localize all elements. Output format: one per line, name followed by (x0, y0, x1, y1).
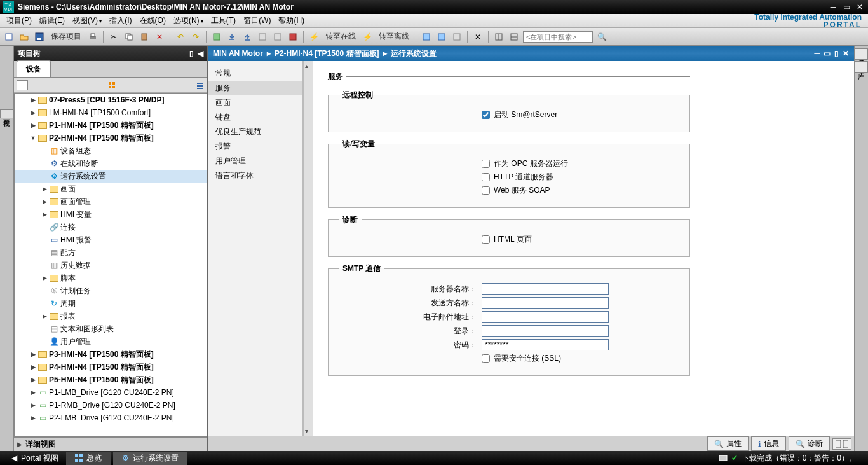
editor-minimize-icon[interactable]: ─ (814, 49, 820, 58)
nav-item[interactable]: 键盘 (208, 110, 302, 125)
redo-icon[interactable]: ↷ (189, 31, 202, 43)
overview-tab[interactable]: 总览 (66, 452, 111, 465)
portal-view-button[interactable]: ◀ Portal 视图 (4, 452, 66, 465)
menu-item[interactable]: 选项(N) ▾ (170, 14, 207, 27)
nav-item[interactable]: 语言和字体 (208, 169, 302, 183)
cut-icon[interactable]: ✂ (107, 31, 120, 43)
tree-row[interactable]: ↻周期 (15, 297, 207, 310)
tree-row[interactable]: ▭HMI 报警 (15, 233, 207, 246)
nav-item[interactable]: 画面 (208, 95, 302, 110)
minimize-button[interactable]: ─ (827, 3, 839, 11)
go-online-label[interactable]: 转至在线 (323, 31, 358, 42)
properties-tab[interactable]: 🔍属性 (707, 436, 749, 451)
devices-tab[interactable]: 设备 (17, 60, 51, 77)
tree-row[interactable]: ▶▭P2-LMB_Drive [G120 CU240E-2 PN] (15, 412, 207, 424)
new-project-icon[interactable] (3, 31, 15, 43)
tree-row[interactable]: ⚙在线和诊断 (15, 157, 207, 170)
footer-layout-icon[interactable] (832, 438, 851, 450)
delete-icon[interactable]: ✕ (153, 31, 166, 43)
tree-row[interactable]: ▶P4-HMI-N4 [TP1500 精智面板] (15, 361, 207, 373)
tree-row[interactable]: ▶HMI 变量 (15, 208, 207, 221)
tree-row[interactable]: ⚙运行系统设置 (15, 170, 207, 183)
ssl-checkbox[interactable] (482, 354, 490, 363)
tree-row[interactable]: ▶画面管理 (15, 195, 207, 208)
login-input[interactable] (482, 325, 609, 337)
tree-row[interactable]: ▶画面 (15, 183, 207, 195)
menu-item[interactable]: 窗口(W) (240, 14, 275, 27)
tree-row[interactable]: ▶P1-HMI-N4 [TP1500 精智面板] (15, 119, 207, 132)
editor-close-icon[interactable]: ✕ (843, 49, 849, 58)
hide-icon[interactable]: ◀ (198, 49, 203, 58)
menu-item[interactable]: 在线(O) (136, 14, 170, 27)
tree-filter-input[interactable] (17, 80, 28, 90)
tool3-icon[interactable] (451, 31, 463, 43)
layout-icon[interactable] (492, 31, 505, 43)
menu-item[interactable]: 插入(I) (105, 14, 135, 27)
start-icon[interactable] (256, 31, 269, 43)
tree-row[interactable]: ▶脚本 (15, 272, 207, 284)
right-tab-library[interactable]: 库 (855, 61, 868, 73)
nav-item[interactable]: 报警 (208, 139, 302, 154)
tree-row[interactable]: 👤用户管理 (15, 335, 207, 348)
tree-row[interactable]: ▤文本和图形列表 (15, 323, 207, 335)
right-tab-tasks[interactable]: 任务 (855, 48, 868, 60)
http-checkbox[interactable] (482, 173, 490, 181)
stop-icon[interactable] (271, 31, 284, 43)
search-icon[interactable]: 🔍 (595, 31, 608, 43)
project-tree[interactable]: ▶07-Press5 [CPU 1516F-3 PN/DP]▶LM-HMI-N4… (14, 93, 207, 437)
go-online-icon[interactable]: ⚡ (308, 31, 320, 43)
menu-item[interactable]: 视图(V) ▾ (69, 14, 105, 27)
html-checkbox[interactable] (482, 235, 490, 244)
runtime-settings-tab[interactable]: ⚙运行系统设置 (113, 452, 187, 465)
soap-checkbox[interactable] (482, 186, 490, 195)
nav-scrollbar[interactable] (303, 61, 313, 436)
go-offline-icon[interactable]: ⚡ (361, 31, 374, 43)
menu-item[interactable]: 编辑(E) (36, 14, 69, 27)
diagnostics-tab[interactable]: 🔍诊断 (789, 436, 830, 451)
nav-item[interactable]: 服务 (208, 81, 302, 95)
crumb-project[interactable]: MIN AN Motor (213, 49, 263, 58)
tree-row[interactable]: ▶▭P1-RMB_Drive [G120 CU240E-2 PN] (15, 399, 207, 412)
go-offline-label[interactable]: 转至离线 (376, 31, 412, 42)
smartserver-checkbox[interactable] (482, 111, 490, 119)
collapse-icon[interactable]: ▯ (189, 49, 194, 58)
email-input[interactable] (482, 311, 609, 323)
opc-checkbox[interactable] (482, 160, 490, 168)
tree-view2-icon[interactable] (196, 81, 205, 90)
open-project-icon[interactable] (18, 31, 31, 43)
tool2-icon[interactable] (435, 31, 448, 43)
maximize-button[interactable]: ▭ (841, 3, 852, 11)
cross-ref-icon[interactable]: ✕ (471, 31, 484, 43)
info-tab[interactable]: ℹ信息 (751, 436, 786, 451)
tree-row[interactable]: ▥历史数据 (15, 259, 207, 272)
detail-view-header[interactable]: ▶ 详细视图 (14, 437, 207, 451)
nav-item[interactable]: 优良生产规范 (208, 125, 302, 139)
editor-maximize-icon[interactable]: ▯ (834, 49, 839, 58)
tree-row[interactable]: ▶▭P1-LMB_Drive [G120 CU240E-2 PN] (15, 386, 207, 399)
tree-row[interactable]: ▤配方 (15, 246, 207, 259)
editor-restore-icon[interactable]: ▭ (824, 49, 831, 58)
tool1-icon[interactable] (420, 31, 433, 43)
password-input[interactable] (482, 339, 609, 350)
menu-item[interactable]: 工具(T) (207, 14, 240, 27)
sender-input[interactable] (482, 297, 609, 309)
upload-icon[interactable] (241, 31, 254, 43)
tree-row[interactable]: ▶P5-HMI-N4 [TP1500 精智面板] (15, 373, 207, 386)
crumb-device[interactable]: P2-HMI-N4 [TP1500 精智面板] (275, 48, 379, 59)
left-tab-visualization[interactable]: 可视化 (0, 109, 13, 118)
tree-row[interactable]: ▶07-Press5 [CPU 1516F-3 PN/DP] (15, 94, 207, 106)
download-icon[interactable] (226, 31, 238, 43)
close-button[interactable]: ✕ (854, 3, 865, 11)
tree-row[interactable]: ▼P2-HMI-N4 [TP1500 精智面板] (15, 132, 207, 144)
tree-row[interactable]: ▶LM-HMI-N4 [TP1500 Comfort] (15, 106, 207, 119)
tree-row[interactable]: ▶报表 (15, 310, 207, 323)
compile-icon[interactable] (210, 31, 223, 43)
undo-icon[interactable]: ↶ (174, 31, 187, 43)
server-input[interactable] (482, 283, 609, 295)
save-icon[interactable] (33, 31, 46, 43)
menu-item[interactable]: 项目(P) (3, 14, 36, 27)
simulate-icon[interactable] (287, 31, 299, 43)
tree-row[interactable]: 🔗连接 (15, 221, 207, 233)
tree-view1-icon[interactable] (107, 81, 116, 90)
tree-row[interactable]: ▶P3-HMI-N4 [TP1500 精智面板] (15, 348, 207, 361)
